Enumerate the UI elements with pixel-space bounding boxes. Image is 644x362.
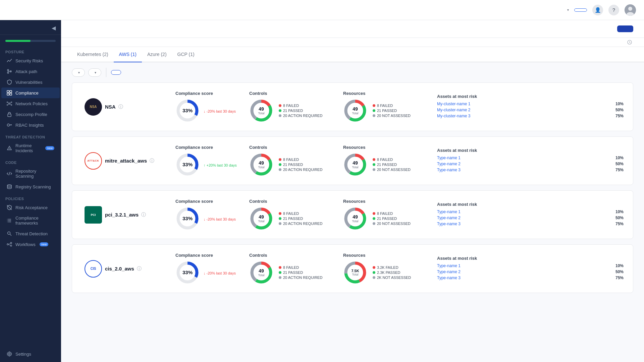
score-pct-mitre: 33%	[182, 162, 193, 167]
score-donut-pci: 33%	[175, 206, 200, 231]
team-button[interactable]	[574, 8, 587, 12]
resources-donut-mitre: 49 Total	[343, 153, 367, 177]
score-section-cis: Compliance score 33% ↓ -20% last 30 days	[175, 253, 249, 285]
sidebar-item-security-risks[interactable]: Security Risks	[1, 55, 60, 66]
compliance-card-mitre: ATT&CK mitre_attack_aws ⓘ Compliance sco…	[72, 136, 633, 185]
asset-name-cis-2[interactable]: Type-name 3	[437, 276, 461, 280]
resources-not-assessed-label: 2K NOT ASSESSED	[377, 276, 411, 280]
sidebar-item-seccomp-profile[interactable]: Seccomp Profile	[1, 109, 60, 120]
sidebar-item-compliance-frameworks[interactable]: Compliance frameworks	[1, 213, 60, 228]
score-change-nsa: ↓ -20% last 30 days	[204, 109, 236, 113]
resources-total-label-pci: Total	[352, 220, 358, 223]
asset-item-pci-2: Type-name 3 75%	[437, 222, 624, 226]
svg-rect-9	[7, 93, 9, 95]
assets-label-cis: Assets at most risk	[437, 256, 624, 261]
resources-failed-dot	[373, 212, 375, 215]
account-filter[interactable]: ▾	[88, 68, 101, 77]
sidebar-item-rbac-insights[interactable]: RBAC Insights	[1, 120, 60, 130]
sidebar-item-runtime-incidents[interactable]: Runtime Incidents new	[1, 140, 60, 156]
asset-item-cis-1: Type-name 2 50%	[437, 269, 624, 274]
scan-all-button[interactable]	[617, 25, 633, 32]
asset-item-mitre-0: Type-name 1 10%	[437, 156, 624, 160]
sidebar-collapse-icon[interactable]: ◀	[52, 25, 56, 31]
score-change-mitre: ↑ +20% last 30 days	[204, 163, 237, 167]
svg-rect-20	[8, 114, 11, 117]
sidebar-item-risk-acceptance[interactable]: Risk Acceptance	[1, 202, 60, 213]
network-icon	[7, 101, 12, 106]
tab-aws[interactable]: AWS (1)	[114, 47, 142, 62]
sidebar-label-risk-acceptance: Risk Acceptance	[15, 205, 48, 210]
svg-rect-7	[7, 90, 9, 93]
tab-kubernetes[interactable]: Kubernetes (2)	[72, 47, 114, 62]
database-icon	[7, 184, 12, 189]
info-icon-cis[interactable]: ⓘ	[137, 266, 142, 272]
asset-name-mitre-0[interactable]: Type-name 1	[437, 156, 461, 160]
sidebar-item-settings[interactable]: Settings	[1, 349, 60, 359]
framework-filter[interactable]: ▾	[72, 68, 85, 77]
sidebar-item-network-policies[interactable]: Network Policies	[1, 98, 60, 109]
filter-divider	[106, 68, 106, 77]
resources-section-cis: Resources 7.5K Total 3.2K FAILED 2.3K PA…	[343, 253, 437, 285]
sidebar-item-workflows[interactable]: Workflows new	[1, 239, 60, 250]
resources-passed-label: 21 PASSED	[377, 109, 397, 113]
asset-name-cis-1[interactable]: Type-name 2	[437, 269, 461, 274]
resources-legend-mitre: 8 FAILED 21 PASSED 20 NOT ASSESSED	[373, 158, 411, 172]
controls-passed-dot	[279, 163, 281, 166]
card-logo-pci: PCI	[82, 206, 105, 224]
sidebar-item-registry-scanning[interactable]: Registry Scanning	[1, 181, 60, 192]
controls-donut-nsa: 49 Total	[249, 99, 273, 123]
score-donut-cis: 33%	[175, 260, 200, 285]
assets-section-cis: Assets at most risk Type-name 1 10% Type…	[437, 256, 624, 282]
sidebar-item-attack-path[interactable]: Attack path	[1, 66, 60, 77]
controls-failed-label: 8 FAILED	[283, 158, 299, 162]
settings-icon	[7, 351, 12, 357]
framework-name-mitre: mitre_attack_aws	[105, 158, 147, 164]
tab-azure[interactable]: Azure (2)	[142, 47, 172, 62]
svg-line-19	[10, 104, 11, 105]
org-name-selector[interactable]: ▾	[566, 8, 569, 12]
assets-section-nsa: Assets at most risk My-cluster-name 1 10…	[437, 94, 624, 120]
controls-action-dot	[279, 276, 281, 279]
resources-failed-dot	[373, 266, 375, 269]
controls-action-dot	[279, 222, 281, 225]
sidebar-label-compliance-frameworks: Compliance frameworks	[15, 216, 54, 226]
help-icon[interactable]: ?	[608, 5, 619, 15]
assets-label-pci: Assets at most risk	[437, 202, 624, 207]
asset-pct-nsa-0: 10%	[615, 102, 624, 106]
svg-point-4	[7, 72, 9, 73]
sidebar-item-threat-detection-policy[interactable]: Threat Detection	[1, 228, 60, 239]
asset-name-nsa-2[interactable]: My-cluster-name 3	[437, 114, 470, 118]
sidebar-item-compliance[interactable]: Compliance	[1, 87, 60, 98]
controls-legend-pci: 8 FAILED 21 PASSED 20 ACTION REQUIRED	[279, 212, 322, 226]
info-icon-pci[interactable]: ⓘ	[141, 212, 146, 218]
avatar[interactable]	[625, 4, 636, 16]
asset-name-nsa-0[interactable]: My-cluster-name 1	[437, 102, 470, 106]
score-pct-pci: 33%	[182, 216, 193, 221]
svg-rect-10	[10, 93, 12, 95]
sidebar-label-security-risks: Security Risks	[15, 58, 43, 63]
card-name-cis: cis_2.0_aws ⓘ	[105, 266, 175, 272]
asset-name-pci-0[interactable]: Type-name 1	[437, 209, 461, 214]
resources-label-pci: Resources	[343, 199, 437, 204]
info-icon-mitre[interactable]: ⓘ	[150, 158, 154, 164]
asset-name-cis-0[interactable]: Type-name 1	[437, 263, 461, 268]
add-user-icon[interactable]: 👤	[592, 5, 603, 15]
asset-pct-mitre-1: 50%	[615, 162, 624, 166]
add-filter-button[interactable]	[111, 70, 121, 75]
resources-legend-nsa: 8 FAILED 21 PASSED 20 NOT ASSESSED	[373, 104, 411, 118]
sidebar-item-repository-scanning[interactable]: Repository Scanning	[1, 166, 60, 181]
controls-legend-cis: 8 FAILED 21 PASSED 20 ACTION REQUIRED	[279, 265, 322, 280]
asset-name-pci-2[interactable]: Type-name 3	[437, 222, 461, 226]
asset-name-mitre-1[interactable]: Type-name 2	[437, 162, 461, 166]
info-icon-nsa[interactable]: ⓘ	[118, 104, 123, 110]
asset-name-mitre-2[interactable]: Type-name 3	[437, 168, 461, 172]
progress-bar-bg	[5, 40, 56, 42]
asset-name-nsa-1[interactable]: My-cluster-name 2	[437, 108, 470, 112]
grid-icon	[7, 90, 12, 96]
card-name-pci: pci_3.2.1_aws ⓘ	[105, 212, 175, 218]
sidebar-item-vulnerabilities[interactable]: Vulnerabilities	[1, 77, 60, 87]
tab-gcp[interactable]: GCP (1)	[172, 47, 200, 62]
controls-action-item: 20 ACTION REQUIRED	[279, 114, 322, 118]
svg-line-34	[10, 234, 11, 236]
asset-name-pci-1[interactable]: Type-name 2	[437, 216, 461, 220]
